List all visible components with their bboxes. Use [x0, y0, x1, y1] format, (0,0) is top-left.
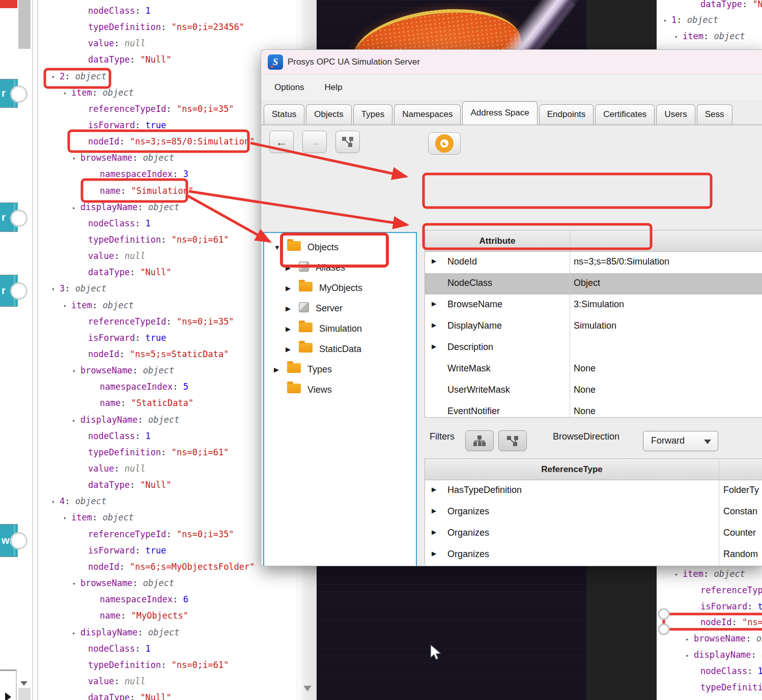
- tree-expand-icon[interactable]: ▶: [286, 325, 299, 333]
- reference-table: ReferenceType ▶ HasTypeDefinition Folder…: [425, 458, 762, 566]
- browse-direction-dropdown[interactable]: Forward: [643, 431, 718, 451]
- row-expand-icon[interactable]: ▶: [432, 507, 436, 514]
- attribute-row[interactable]: UserWriteMask None: [425, 380, 762, 401]
- attribute-column-header[interactable]: Attribute: [425, 230, 570, 252]
- tab[interactable]: Sess: [697, 104, 732, 125]
- expand-arrow-icon[interactable]: ▾: [674, 30, 683, 45]
- expand-arrow-icon[interactable]: ▾: [51, 70, 60, 85]
- expand-arrow-icon[interactable]: ▾: [51, 494, 60, 510]
- expand-arrow-icon[interactable]: ▾: [72, 151, 80, 166]
- reference-row[interactable]: ▶ Organizes Constan: [425, 502, 762, 523]
- graph-filter-button[interactable]: [498, 430, 527, 451]
- expand-arrow-icon[interactable]: ▾: [63, 86, 71, 101]
- scroll-down-icon[interactable]: [303, 686, 312, 691]
- attribute-value: Object: [574, 278, 600, 288]
- reference-target: FolderTy: [723, 485, 759, 495]
- tree-item[interactable]: ▼ Objects: [265, 237, 415, 257]
- tree-expand-icon[interactable]: ▶: [274, 366, 287, 373]
- tab[interactable]: Namespaces: [394, 104, 461, 125]
- menu-item[interactable]: Help: [318, 78, 350, 97]
- window-title: Prosys OPC UA Simulation Server: [288, 57, 420, 67]
- refresh-button[interactable]: [428, 132, 461, 155]
- expand-arrow-icon[interactable]: ▸: [686, 648, 694, 663]
- row-expand-icon[interactable]: ▶: [432, 257, 436, 265]
- scrollbar-thumb[interactable]: [18, 0, 31, 49]
- tree-node-icon: [287, 384, 301, 396]
- menu-item[interactable]: Options: [267, 78, 312, 97]
- attribute-row[interactable]: EventNotifier None: [425, 401, 762, 418]
- filters-label: Filters: [430, 431, 455, 442]
- hierarchy-filter-button[interactable]: [465, 430, 494, 451]
- tree-item[interactable]: ▶ MyObjects: [265, 278, 415, 298]
- tree-expand-icon[interactable]: ▶: [286, 264, 299, 272]
- attribute-row[interactable]: NodeClass Object: [425, 273, 762, 295]
- expand-arrow-icon[interactable]: ▾: [63, 299, 71, 314]
- row-expand-icon[interactable]: ▶: [432, 322, 436, 329]
- tree-expand-icon[interactable]: ▶: [286, 305, 299, 312]
- expand-arrow-icon[interactable]: ▸: [72, 413, 80, 428]
- expand-arrow-icon[interactable]: ▾: [663, 13, 671, 28]
- attribute-name: Description: [447, 342, 493, 353]
- attribute-row[interactable]: ▶ NodeId ns=3;s=85/0:Simulation: [425, 252, 762, 273]
- row-expand-icon[interactable]: ▶: [432, 550, 436, 557]
- tree-expand-icon[interactable]: ▼: [274, 244, 287, 251]
- attribute-row[interactable]: ▶ BrowseName 3:Simulation: [425, 295, 762, 316]
- expand-arrow-icon[interactable]: ▾: [72, 364, 80, 379]
- tab[interactable]: Types: [353, 104, 392, 125]
- back-button[interactable]: ←: [269, 131, 294, 153]
- row-expand-icon[interactable]: ▶: [432, 529, 436, 536]
- tab[interactable]: Objects: [306, 104, 352, 125]
- attribute-row[interactable]: ▶ Description: [425, 337, 762, 359]
- expand-arrow-icon[interactable]: ▾: [72, 576, 80, 592]
- tree-node-icon: [287, 241, 301, 253]
- tree-expand-icon[interactable]: ▶: [286, 345, 299, 353]
- reference-target: Counter: [723, 528, 756, 538]
- filters-bar: Filters: [425, 419, 762, 457]
- expand-arrow-icon[interactable]: ▸: [72, 200, 80, 216]
- expand-arrow-icon[interactable]: ▾: [51, 282, 60, 297]
- attribute-row[interactable]: WriteMask None: [425, 359, 762, 380]
- reference-row[interactable]: ▶ Organizes Random: [425, 544, 762, 566]
- node-badge: [10, 210, 27, 227]
- forward-button[interactable]: →: [302, 131, 327, 153]
- tab[interactable]: Status: [264, 104, 304, 125]
- row-expand-icon[interactable]: ▶: [432, 343, 436, 350]
- reference-table-header[interactable]: ReferenceType: [425, 459, 762, 480]
- expand-arrow-icon[interactable]: ▸: [686, 632, 694, 647]
- column-divider[interactable]: [570, 230, 570, 417]
- tree-item[interactable]: ▶ Simulation: [265, 318, 415, 339]
- tree-item[interactable]: Views: [265, 380, 415, 400]
- scrollbar-track-end[interactable]: [18, 688, 31, 700]
- column-divider[interactable]: [719, 459, 719, 566]
- tabstrip: Status Objects Types Namespaces Address …: [261, 101, 762, 125]
- tab[interactable]: Users: [656, 104, 695, 125]
- tree-node-icon: [299, 282, 313, 294]
- node-badge: [10, 282, 27, 300]
- reference-row[interactable]: ▶ Organizes Sawtoot: [425, 566, 762, 566]
- attribute-table-header[interactable]: Attribute: [425, 230, 762, 252]
- tab[interactable]: Endpoints: [539, 104, 594, 125]
- play-arrow-icon[interactable]: [5, 692, 11, 700]
- expand-arrow-icon[interactable]: ▸: [72, 626, 80, 641]
- tree-node-icon: [299, 343, 313, 355]
- row-expand-icon[interactable]: ▶: [432, 300, 436, 307]
- tree-item[interactable]: ▶ Types: [265, 359, 415, 380]
- expand-arrow-icon[interactable]: ▾: [674, 567, 683, 582]
- tree-expand-icon[interactable]: ▶: [286, 284, 299, 292]
- hierarchy-icon: [473, 435, 486, 447]
- attribute-row[interactable]: ▶ DisplayName Simulation: [425, 316, 762, 337]
- graph-view-button[interactable]: [335, 131, 360, 153]
- reference-row[interactable]: ▶ HasTypeDefinition FolderTy: [425, 480, 762, 502]
- row-expand-icon[interactable]: ▶: [432, 486, 436, 493]
- expand-arrow-icon[interactable]: ▾: [63, 511, 71, 526]
- tab[interactable]: Certificates: [595, 104, 655, 125]
- tab[interactable]: Address Space: [462, 101, 537, 125]
- tree-item[interactable]: ▶ Aliases: [265, 257, 415, 278]
- background-table-fragment: [0, 669, 17, 700]
- chevron-down-icon[interactable]: [20, 681, 27, 686]
- titlebar[interactable]: S Prosys OPC UA Simulation Server: [261, 50, 762, 74]
- reference-column-header[interactable]: ReferenceType: [425, 459, 719, 480]
- reference-row[interactable]: ▶ Organizes Counter: [425, 523, 762, 544]
- tree-item[interactable]: ▶ StaticData: [265, 339, 415, 359]
- tree-item[interactable]: ▶ Server: [265, 298, 415, 318]
